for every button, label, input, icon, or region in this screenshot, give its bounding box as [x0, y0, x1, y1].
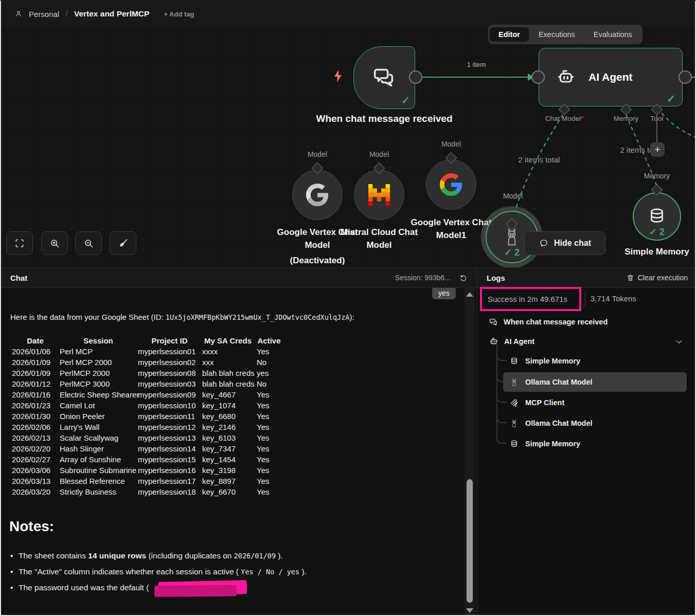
trash-icon: [627, 274, 634, 282]
note-segment: ).: [276, 551, 283, 560]
table-cell: myperlsession03: [137, 379, 202, 390]
chat-scrollbar[interactable]: [465, 288, 475, 616]
table-cell: myperlsession18: [137, 487, 202, 498]
log-row-ollama-chat-model[interactable]: Ollama Chat Model: [503, 413, 687, 433]
tidy-up-button[interactable]: [110, 231, 136, 255]
trigger-success-check: ✓: [401, 94, 410, 106]
log-row-ollama-chat-model[interactable]: Ollama Chat Model: [503, 372, 687, 392]
trigger-pin-icon[interactable]: [332, 69, 344, 83]
note-segment: 2026/01/09: [234, 552, 276, 560]
table-cell: xxx: [202, 358, 254, 369]
chat-panel: Chat Session: 993b6... yes Here is the d…: [1, 267, 477, 616]
table-cell: No: [254, 379, 284, 390]
table-cell: myperlsession10: [137, 401, 202, 412]
table-cell: Onion Peeler: [59, 412, 137, 423]
table-cell: myperlsession12: [137, 423, 202, 433]
memory-success-badge: ✓ 2: [631, 226, 683, 238]
workflow-title[interactable]: Vertex and PerlMCP: [74, 9, 149, 19]
add-tag-button[interactable]: + Add tag: [164, 10, 194, 18]
node-ai-agent[interactable]: AI Agent ✓: [539, 48, 683, 106]
tab-executions[interactable]: Executions: [530, 27, 584, 42]
agent-port-label-tool: Tool: [626, 115, 688, 122]
note-segment: 14 unique rows: [88, 551, 146, 560]
table-cell: key_6670: [202, 487, 254, 498]
logs-title: Logs: [487, 274, 505, 282]
table-cell: 2026/01/09: [11, 369, 59, 379]
table-cell: Perl MCP 2000: [59, 358, 137, 369]
log-row-simple-memory[interactable]: Simple Memory: [503, 434, 687, 454]
chat-message-area[interactable]: yes Here is the data from your Google Sh…: [1, 288, 477, 616]
execution-status: Success in 2m 49.671s: [488, 295, 567, 303]
node-mistral-chat-model[interactable]: [354, 170, 404, 220]
clear-execution-button[interactable]: Clear execution: [627, 274, 688, 282]
google-gray-icon: [306, 184, 329, 206]
scrollbar-up-arrow[interactable]: [466, 292, 473, 297]
top-bar: Personal / Vertex and PerlMCP + Add tag: [1, 1, 695, 27]
log-row-trigger[interactable]: When chat message received: [477, 314, 696, 330]
log-row-simple-memory[interactable]: Simple Memory: [503, 351, 687, 371]
table-cell: myperlsession08: [137, 369, 202, 379]
trigger-output-port[interactable]: [409, 70, 422, 84]
table-cell: Larry's Wall: [59, 423, 137, 433]
items-total-right: 2 items total: [590, 146, 692, 154]
table-cell: 2026/03/13: [11, 477, 59, 487]
zoom-in-button[interactable]: [41, 231, 68, 255]
tab-editor[interactable]: Editor: [490, 27, 529, 42]
table-cell: 2026/01/12: [11, 379, 59, 390]
broom-icon: [118, 238, 129, 249]
note-item: The "Active" column indicates whether ea…: [19, 567, 307, 576]
node-when-chat-message-received[interactable]: ✓: [353, 46, 415, 109]
table-cell: Camel Lot: [59, 401, 137, 412]
table-cell: Yes: [254, 401, 284, 412]
log-row-mcp-client[interactable]: MCP Client: [503, 393, 687, 412]
table-cell: Scalar Scallywag: [59, 433, 137, 444]
table-cell: Yes: [254, 477, 284, 487]
table-cell: key_6103: [202, 433, 254, 444]
bot-message-intro: Here is the data from your Google Sheet …: [10, 313, 354, 321]
memory-port-label: Memory: [626, 172, 688, 180]
execution-status-highlight: Success in 2m 49.671s: [480, 287, 581, 311]
note-segment: Yes / No / yes: [241, 568, 299, 576]
table-cell: Yes: [254, 347, 284, 358]
database-icon: [646, 206, 668, 227]
status-divider: [585, 292, 585, 306]
zoom-out-button[interactable]: [75, 231, 102, 255]
table-cell: key_4667: [202, 390, 254, 401]
user-chat-bubble: yes: [432, 288, 456, 299]
tab-evaluations[interactable]: Evaluations: [585, 27, 641, 42]
agent-port-label-chat-model: Chat Model*: [533, 115, 595, 122]
logs-panel: Logs Clear execution Success in 2m 49.67…: [477, 267, 696, 616]
scrollbar-down-arrow[interactable]: [466, 608, 473, 613]
table-cell: PerlMCP 3000: [59, 379, 137, 390]
reset-session-icon[interactable]: [459, 274, 468, 282]
node-google-vertex-model1[interactable]: [426, 159, 476, 210]
table-cell: myperlsession13: [137, 433, 202, 444]
note-segment: ).: [299, 567, 307, 576]
note-segment: The password used was the default (: [19, 583, 149, 592]
table-header: Date: [11, 336, 59, 347]
breadcrumb-workspace[interactable]: Personal: [29, 10, 59, 19]
agent-output-port[interactable]: [679, 70, 692, 84]
chat-bubbles-icon: [489, 317, 498, 327]
table-cell: Perl MCP: [59, 347, 137, 358]
table-cell: myperlsession11: [137, 412, 202, 423]
trigger-node-label: When chat message received: [302, 112, 467, 125]
table-cell: Strictly Business: [59, 487, 137, 498]
model-port-label-3: Model: [420, 140, 482, 148]
scrollbar-thumb[interactable]: [467, 479, 473, 603]
table-cell: key_6680: [202, 412, 254, 423]
table-cell: 2026/03/06: [11, 466, 59, 477]
fit-view-button[interactable]: [6, 231, 33, 255]
chevron-down-icon[interactable]: [674, 337, 684, 347]
log-row-ai-agent[interactable]: AI Agent: [477, 333, 696, 350]
agent-input-port[interactable]: [531, 70, 545, 84]
hide-chat-button[interactable]: Hide chat: [524, 231, 605, 255]
table-cell: myperlsession17: [137, 477, 202, 487]
chat-title: Chat: [10, 274, 27, 282]
node-google-vertex-deactivated[interactable]: [292, 170, 343, 220]
chat-panel-header: Chat Session: 993b6...: [1, 267, 477, 288]
model-port-label-ollama: Model: [482, 192, 544, 200]
add-tool-button[interactable]: +: [650, 142, 665, 157]
table-cell: Yes: [254, 390, 284, 401]
table-cell: 2026/01/09: [11, 358, 59, 369]
